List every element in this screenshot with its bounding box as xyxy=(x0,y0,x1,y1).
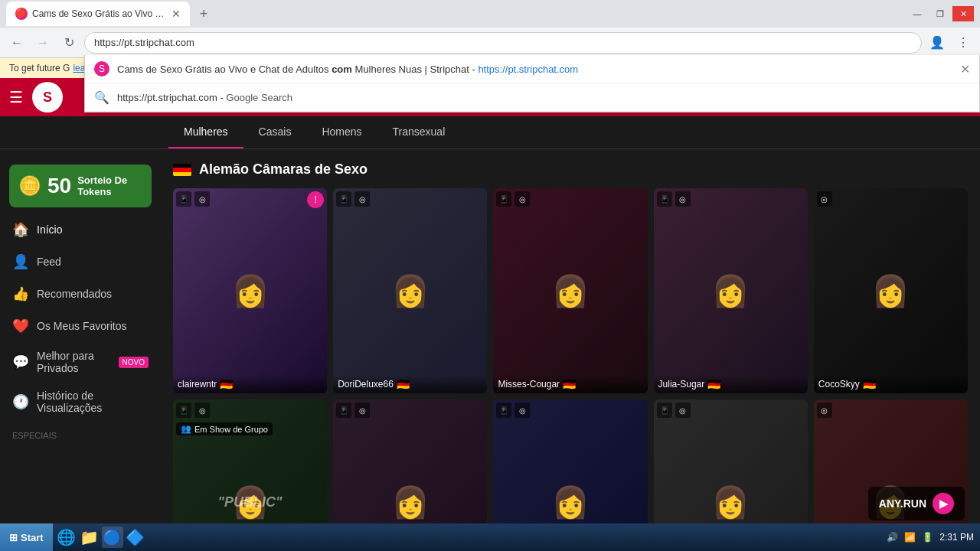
back-btn[interactable]: ← xyxy=(6,32,28,54)
hd-icon-5: ◎ xyxy=(817,191,832,207)
cam-flag-5: 🇩🇪 xyxy=(863,378,876,390)
cam-flag-1: 🇩🇪 xyxy=(220,378,233,390)
sidebar-item-inicio[interactable]: 🏠 Início xyxy=(0,214,161,246)
network-icon: 📶 xyxy=(904,532,916,543)
home-icon: 🏠 xyxy=(12,221,29,238)
sidebar-item-feed[interactable]: 👤 Feed xyxy=(0,246,161,278)
sidebar-item-privados[interactable]: 💬 Melhor para Privados NOVO xyxy=(0,342,161,382)
cam-overlay-3: Misses-Cougar 🇩🇪 xyxy=(493,375,647,393)
tab-close-btn[interactable]: ✕ xyxy=(172,8,181,20)
hd-icon-7: ◎ xyxy=(354,403,370,418)
public-label: "PUBLIC" xyxy=(218,494,283,510)
sidebar-label-inicio: Início xyxy=(37,223,62,236)
battery-icon: 🔋 xyxy=(922,532,933,543)
cam-card-4[interactable]: 👩 📱 ◎ Julia-Sugar 🇩🇪 xyxy=(654,188,808,393)
browser-chrome: 🔴 Cams de Sexo Grátis ao Vivo e Cha... ✕… xyxy=(0,0,980,58)
dropdown-item-2[interactable]: 🔍 https://pt.stripchat.com - Google Sear… xyxy=(85,83,979,112)
cat-tab-homens[interactable]: Homens xyxy=(306,116,377,148)
lottery-icon: 🪙 xyxy=(18,175,41,197)
sidebar-label-feed: Feed xyxy=(37,256,61,268)
hd-icon-6: ◎ xyxy=(194,403,210,418)
address-text: https://pt.stripchat.com xyxy=(94,37,194,48)
taskbar-items: 🌐 📁 🔵 🔷 xyxy=(53,527,881,548)
mobile-icon-4: 📱 xyxy=(657,191,672,207)
address-bar[interactable]: https://pt.stripchat.com xyxy=(84,32,922,54)
dropdown-site-icon: S xyxy=(94,61,109,77)
sidebar-label-historico: Histórico de Visualizações xyxy=(37,390,149,414)
profile-icon[interactable]: 👤 xyxy=(926,32,948,54)
cat-tab-mulheres[interactable]: Mulheres xyxy=(168,116,243,148)
cam-overlay-1: clairewntr 🇩🇪 xyxy=(173,375,327,393)
germany-flag xyxy=(173,164,191,176)
windows-icon: ⊞ xyxy=(9,532,18,543)
new-tab-button[interactable]: + xyxy=(193,3,214,24)
lottery-text: Sorteio De Tokens xyxy=(77,174,142,197)
minimize-btn[interactable]: — xyxy=(906,6,928,21)
taskbar-chrome-icon[interactable]: 🔵 xyxy=(102,527,123,548)
sidebar-item-favoritos[interactable]: ❤️ Os Meus Favoritos xyxy=(0,310,161,342)
feed-icon: 👤 xyxy=(12,253,29,270)
like-icon: 👍 xyxy=(12,285,29,302)
forward-btn[interactable]: → xyxy=(32,32,54,54)
cat-tab-casais[interactable]: Casais xyxy=(243,116,307,148)
lottery-button[interactable]: 🪙 50 Sorteio De Tokens xyxy=(9,165,152,207)
taskbar-ie-icon[interactable]: 🌐 xyxy=(56,527,77,548)
site-wrapper: To get future G learn more ✕ ☰ S Início … xyxy=(0,58,980,551)
taskbar-right: 🔊 📶 🔋 2:31 PM xyxy=(880,532,980,543)
sidebar-item-recomendados[interactable]: 👍 Recomendados xyxy=(0,278,161,310)
mobile-icon-3: 📱 xyxy=(496,191,511,207)
dropdown-item-1[interactable]: S Cams de Sexo Grátis ao Vivo e Chat de … xyxy=(85,55,979,83)
hd-icon-8: ◎ xyxy=(514,403,530,418)
cat-tab-transexual[interactable]: Transexual xyxy=(377,116,461,148)
chat-icon: 💬 xyxy=(12,354,29,370)
cam-card-5[interactable]: 👩 ◎ CocoSkyy 🇩🇪 xyxy=(814,188,968,393)
hamburger-menu[interactable]: ☰ xyxy=(9,88,23,106)
cam-grid: 👩 📱 ◎ ! clairewntr 🇩🇪 👩 xyxy=(173,188,968,551)
cam-overlay-5: CocoSkyy 🇩🇪 xyxy=(814,375,968,393)
menu-icon[interactable]: ⋮ xyxy=(952,32,974,54)
active-tab[interactable]: 🔴 Cams de Sexo Grátis ao Vivo e Cha... ✕ xyxy=(6,2,190,26)
dropdown-close-1[interactable]: ✕ xyxy=(960,62,970,77)
cam-name-5: CocoSkyy 🇩🇪 xyxy=(818,378,963,390)
start-label: Start xyxy=(21,532,44,543)
mobile-icon-2: 📱 xyxy=(336,191,351,207)
title-bar: 🔴 Cams de Sexo Grátis ao Vivo e Cha... ✕… xyxy=(0,0,980,28)
mobile-icon-1: 📱 xyxy=(176,191,191,207)
window-controls: — ❐ ✕ xyxy=(906,6,974,21)
anyrun-play-icon: ▶ xyxy=(933,493,954,514)
lottery-number: 50 xyxy=(47,174,71,198)
cam-thumb-1: 👩 xyxy=(173,188,327,393)
cam-thumb-5: 👩 xyxy=(814,188,968,393)
notif-text: To get future G xyxy=(9,63,70,73)
search-icon: 🔍 xyxy=(94,90,109,105)
cam-thumb-2: 👩 xyxy=(333,188,487,393)
mobile-icon-6: 📱 xyxy=(176,403,191,418)
cam-overlay-4: Julia-Sugar 🇩🇪 xyxy=(654,375,808,393)
start-button[interactable]: ⊞ Start xyxy=(0,523,53,551)
maximize-btn[interactable]: ❐ xyxy=(929,6,951,21)
site-main: 🪙 50 Sorteio De Tokens 🏠 Início 👤 Feed 👍… xyxy=(0,149,980,551)
omnibox-dropdown: S Cams de Sexo Grátis ao Vivo e Chat de … xyxy=(84,55,980,112)
close-btn[interactable]: ✕ xyxy=(952,6,974,21)
mobile-icon-7: 📱 xyxy=(336,403,351,418)
taskbar-folder-icon[interactable]: 📁 xyxy=(79,527,100,548)
hd-icon-1: ◎ xyxy=(194,191,210,207)
mobile-icon-8: 📱 xyxy=(496,403,511,418)
group-show-label: Em Show de Grupo xyxy=(194,425,268,434)
tab-favicon: 🔴 xyxy=(15,8,28,20)
cam-card-1[interactable]: 👩 📱 ◎ ! clairewntr 🇩🇪 xyxy=(173,188,327,393)
sidebar-section-especiais: ESPECIAIS xyxy=(0,422,161,443)
mobile-icon-9: 📱 xyxy=(657,403,672,418)
sidebar: 🪙 50 Sorteio De Tokens 🏠 Início 👤 Feed 👍… xyxy=(0,149,161,551)
tab-title: Cams de Sexo Grátis ao Vivo e Cha... xyxy=(32,8,167,19)
cam-card-3[interactable]: 👩 📱 ◎ Misses-Cougar 🇩🇪 xyxy=(493,188,647,393)
anyrun-watermark: ANY.RUN ▶ xyxy=(868,487,965,520)
cam-name-4: Julia-Sugar 🇩🇪 xyxy=(658,378,803,390)
cam-flag-3: 🇩🇪 xyxy=(563,378,576,390)
taskbar-edge-icon[interactable]: 🔷 xyxy=(125,527,146,548)
section-title: Alemão Câmaras de Sexo xyxy=(173,161,968,178)
sidebar-item-historico[interactable]: 🕐 Histórico de Visualizações xyxy=(0,382,161,422)
refresh-btn[interactable]: ↻ xyxy=(58,32,80,54)
cam-card-2[interactable]: 👩 📱 ◎ DoriDeluxe66 🇩🇪 xyxy=(333,188,487,393)
cam-icons-4: 📱 ◎ xyxy=(657,191,691,207)
